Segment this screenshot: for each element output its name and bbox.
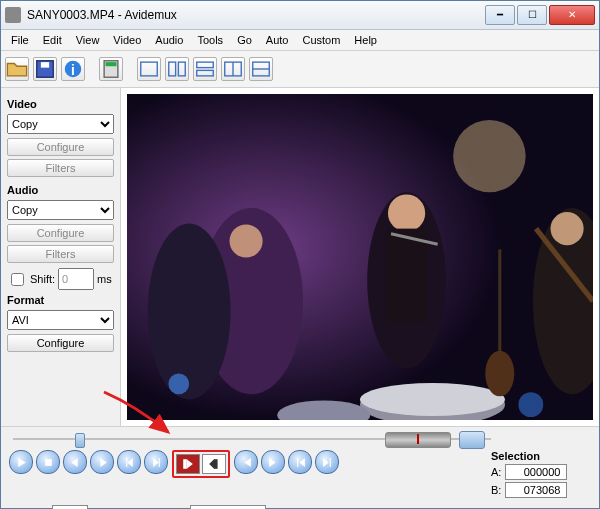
close-button[interactable]: ✕ (549, 5, 595, 25)
menu-tools[interactable]: Tools (191, 32, 229, 48)
svg-rect-35 (45, 459, 52, 466)
selection-panel: Selection A:000000 B:073068 (491, 450, 591, 500)
video-section-label: Video (7, 98, 114, 110)
prev-frame-button[interactable] (63, 450, 87, 474)
set-marker-b-button[interactable] (202, 454, 226, 474)
audio-filters-button[interactable]: Filters (7, 245, 114, 263)
svg-point-29 (360, 383, 505, 416)
selection-label: Selection (491, 450, 591, 462)
svg-point-21 (388, 194, 425, 231)
video-preview[interactable] (127, 94, 593, 420)
svg-text:i: i (71, 63, 75, 78)
menu-edit[interactable]: Edit (37, 32, 68, 48)
svg-rect-22 (386, 229, 427, 322)
menu-help[interactable]: Help (348, 32, 383, 48)
format-section-label: Format (7, 294, 114, 306)
svg-rect-10 (197, 70, 214, 76)
jog-loop-button[interactable] (459, 431, 485, 449)
menubar: File Edit View Video Audio Tools Go Auto… (1, 30, 599, 51)
svg-rect-5 (106, 62, 117, 66)
main-body: Video Copy Configure Filters Audio Copy … (1, 88, 599, 426)
audio-codec-select[interactable]: Copy (7, 200, 114, 220)
menu-view[interactable]: View (70, 32, 106, 48)
video-area (121, 88, 599, 426)
last-frame-button[interactable] (315, 450, 339, 474)
info-icon[interactable]: i (61, 57, 85, 81)
menu-go[interactable]: Go (231, 32, 258, 48)
sel-a-label: A: (491, 466, 501, 478)
bottom-panel: Selection A:000000 B:073068 Frame: 9476 … (1, 426, 599, 508)
svg-point-23 (230, 224, 263, 257)
svg-point-34 (518, 392, 543, 417)
audio-configure-button[interactable]: Configure (7, 224, 114, 242)
layout3-icon[interactable] (193, 57, 217, 81)
shift-value[interactable] (58, 268, 94, 290)
prev-black-button[interactable] (234, 450, 258, 474)
svg-rect-6 (141, 62, 158, 76)
svg-point-19 (148, 223, 231, 399)
svg-point-25 (551, 212, 584, 245)
marker-group-highlight (172, 450, 230, 478)
next-black-button[interactable] (261, 450, 285, 474)
sidebar: Video Copy Configure Filters Audio Copy … (1, 88, 121, 426)
svg-rect-8 (178, 62, 185, 76)
playback-controls (9, 450, 168, 474)
svg-rect-9 (197, 62, 214, 68)
jog-wheel[interactable] (385, 432, 451, 448)
window-buttons: ━ ☐ ✕ (485, 5, 595, 25)
svg-rect-36 (183, 459, 187, 469)
time-value[interactable]: 00:05:16.182 (190, 505, 266, 509)
layout2-icon[interactable] (165, 57, 189, 81)
prev-keyframe-button[interactable] (117, 450, 141, 474)
menu-auto[interactable]: Auto (260, 32, 295, 48)
window-title: SANY0003.MP4 - Avidemux (27, 8, 485, 22)
frame-value[interactable]: 9476 (52, 505, 88, 509)
menu-audio[interactable]: Audio (149, 32, 189, 48)
calculator-icon[interactable] (99, 57, 123, 81)
sel-b-label: B: (491, 484, 501, 496)
stop-button[interactable] (36, 450, 60, 474)
layout5-icon[interactable] (249, 57, 273, 81)
play-button[interactable] (9, 450, 33, 474)
layout4-icon[interactable] (221, 57, 245, 81)
svg-rect-37 (214, 459, 218, 469)
preview-scene (127, 94, 593, 420)
svg-point-33 (168, 374, 189, 395)
titlebar: SANY0003.MP4 - Avidemux ━ ☐ ✕ (1, 1, 599, 30)
layout1-icon[interactable] (137, 57, 161, 81)
menu-video[interactable]: Video (107, 32, 147, 48)
set-marker-a-button[interactable] (176, 454, 200, 474)
statusbar: Frame: 9476 / 73068 Time: 00:05:16.182 /… (9, 505, 591, 509)
save-icon[interactable] (33, 57, 57, 81)
maximize-button[interactable]: ☐ (517, 5, 547, 25)
svg-point-32 (485, 351, 514, 397)
video-configure-button[interactable]: Configure (7, 138, 114, 156)
open-icon[interactable] (5, 57, 29, 81)
format-configure-button[interactable]: Configure (7, 334, 114, 352)
toolbar: i (1, 51, 599, 88)
svg-rect-7 (169, 62, 176, 76)
menu-file[interactable]: File (5, 32, 35, 48)
video-codec-select[interactable]: Copy (7, 114, 114, 134)
sel-a-value[interactable]: 000000 (505, 464, 567, 480)
audio-section-label: Audio (7, 184, 114, 196)
format-select[interactable]: AVI (7, 310, 114, 330)
svg-point-17 (453, 120, 525, 192)
minimize-button[interactable]: ━ (485, 5, 515, 25)
shift-label: Shift: (30, 273, 55, 285)
sel-b-value[interactable]: 073068 (505, 482, 567, 498)
svg-rect-1 (41, 62, 49, 68)
shift-unit: ms (97, 273, 112, 285)
video-filters-button[interactable]: Filters (7, 159, 114, 177)
first-frame-button[interactable] (288, 450, 312, 474)
app-icon (5, 7, 21, 23)
timeline-slider[interactable] (13, 431, 491, 447)
menu-custom[interactable]: Custom (296, 32, 346, 48)
app-window: SANY0003.MP4 - Avidemux ━ ☐ ✕ File Edit … (0, 0, 600, 509)
shift-checkbox[interactable] (11, 273, 24, 286)
timeline-thumb[interactable] (75, 433, 85, 448)
next-frame-button[interactable] (90, 450, 114, 474)
next-keyframe-button[interactable] (144, 450, 168, 474)
nav-controls (234, 450, 339, 474)
shift-row: Shift: ms (7, 268, 114, 290)
